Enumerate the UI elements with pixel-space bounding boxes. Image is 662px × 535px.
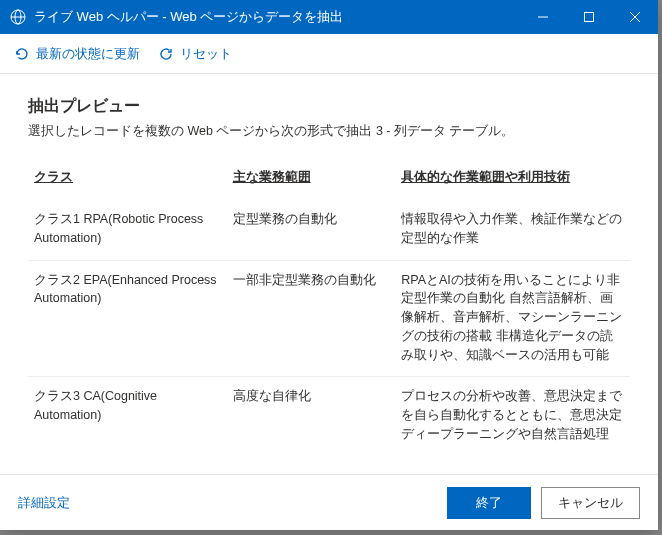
finish-button[interactable]: 終了 [447,487,531,519]
maximize-icon [584,12,594,22]
maximize-button[interactable] [566,0,612,34]
refresh-icon [14,46,30,62]
content-area: 抽出プレビュー 選択したレコードを複数の Web ページから次の形式で抽出 3 … [0,74,658,474]
cell-scope: 一部非定型業務の自動化 [227,260,396,377]
minimize-icon [538,12,548,22]
table-row[interactable]: クラス1 RPA(Robotic Process Automation) 定型業… [28,200,630,260]
reset-button[interactable]: リセット [158,45,232,63]
cancel-button[interactable]: キャンセル [541,487,640,519]
preview-heading: 抽出プレビュー [28,96,630,117]
col-header-class[interactable]: クラス [28,160,227,200]
table-row[interactable]: クラス3 CA(Cognitive Automation) 高度な自律化 プロセ… [28,377,630,456]
cell-detail: プロセスの分析や改善、意思決定までを自ら自動化するとともに、意思決定 ディープラ… [395,377,630,456]
cell-detail: 情報取得や入力作業、検証作業などの定型的な作業 [395,200,630,260]
footer: 詳細設定 終了 キャンセル [0,474,658,530]
col-header-scope[interactable]: 主な業務範囲 [227,160,396,200]
titlebar: ライブ Web ヘルパー - Web ページからデータを抽出 [0,0,658,34]
globe-icon [10,9,26,25]
minimize-button[interactable] [520,0,566,34]
cell-class: クラス1 RPA(Robotic Process Automation) [28,200,227,260]
close-icon [630,12,640,22]
reset-label: リセット [180,45,232,63]
window-title: ライブ Web ヘルパー - Web ページからデータを抽出 [34,8,520,26]
refresh-label: 最新の状態に更新 [36,45,140,63]
cell-detail: RPAとAIの技術を用いることにより非定型作業の自動化 自然言語解析、画像解析、… [395,260,630,377]
col-header-detail[interactable]: 具体的な作業範囲や利用技術 [395,160,630,200]
cell-class: クラス2 EPA(Enhanced Process Automation) [28,260,227,377]
cell-class: クラス3 CA(Cognitive Automation) [28,377,227,456]
preview-subtitle: 選択したレコードを複数の Web ページから次の形式で抽出 3 - 列データ テ… [28,123,630,140]
reset-icon [158,46,174,62]
toolbar: 最新の状態に更新 リセット [0,34,658,74]
table-header-row: クラス 主な業務範囲 具体的な作業範囲や利用技術 [28,160,630,200]
table-row[interactable]: クラス2 EPA(Enhanced Process Automation) 一部… [28,260,630,377]
refresh-button[interactable]: 最新の状態に更新 [14,45,140,63]
data-table: クラス 主な業務範囲 具体的な作業範囲や利用技術 クラス1 RPA(Roboti… [28,160,630,456]
dialog-window: ライブ Web ヘルパー - Web ページからデータを抽出 最新の状態に更新 … [0,0,658,530]
advanced-link[interactable]: 詳細設定 [18,494,70,512]
cell-scope: 高度な自律化 [227,377,396,456]
cell-scope: 定型業務の自動化 [227,200,396,260]
close-button[interactable] [612,0,658,34]
svg-rect-4 [585,13,594,22]
